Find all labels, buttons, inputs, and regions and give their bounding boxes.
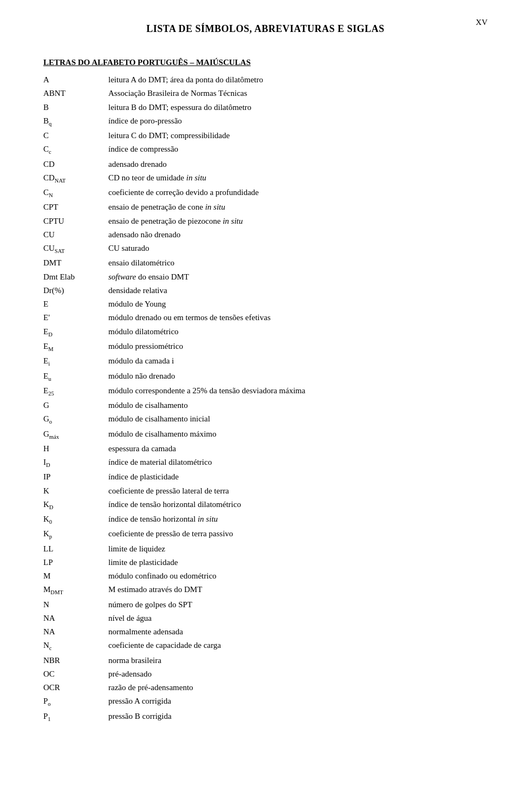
table-row: Gmáxmódulo de cisalhamento máximo [43, 427, 487, 442]
symbol-cell: IP [43, 470, 108, 484]
description-cell: módulo pressiométrico [108, 340, 487, 354]
symbol-cell: Eu [43, 369, 108, 384]
description-cell: índice de material dilatométrico [108, 456, 487, 470]
table-row: DMTensaio dilatométrico [43, 256, 487, 270]
table-row: Eumódulo não drenado [43, 369, 487, 384]
table-row: KDíndice de tensão horizontal dilatométr… [43, 498, 487, 512]
table-row: Gomódulo de cisalhamento inicial [43, 412, 487, 427]
symbol-cell: LL [43, 542, 108, 556]
symbol-cell: CPT [43, 200, 108, 214]
symbol-cell: EM [43, 340, 108, 354]
description-cell: índice de tensão horizontal in situ [108, 512, 487, 527]
table-row: LLlimite de liquidez [43, 542, 487, 556]
table-row: Nccoeficiente de capacidade de carga [43, 639, 487, 653]
symbol-cell: Gmáx [43, 427, 108, 442]
symbol-cell: ABNT [43, 87, 108, 100]
table-row: CNcoeficiente de correção devido a profu… [43, 186, 487, 200]
symbol-cell: OCR [43, 681, 108, 694]
symbol-cell: E [43, 297, 108, 311]
table-row: Dmt Elabsoftware do ensaio DMT [43, 270, 487, 284]
page-number: XV [476, 16, 487, 29]
table-row: Bleitura B do DMT; espessura do dilatôme… [43, 101, 487, 114]
symbol-cell: CPTU [43, 215, 108, 228]
table-row: EDmódulo dilatométrico [43, 325, 487, 340]
description-cell: coeficiente de pressão lateral de terra [108, 484, 487, 498]
symbol-cell: DMT [43, 256, 108, 270]
table-row: Kpcoeficiente de pressão de terra passiv… [43, 527, 487, 542]
description-cell: número de golpes do SPT [108, 598, 487, 612]
table-row: Cleitura C do DMT; compressibilidade [43, 129, 487, 142]
section-title: LETRAS DO ALFABETO PORTUGUÊS – MAIÚSCULA… [43, 56, 487, 69]
description-cell: CD no teor de umidade in situ [108, 171, 487, 186]
symbol-cell: ED [43, 325, 108, 340]
description-cell: limite de plasticidade [108, 556, 487, 569]
table-row: LPlimite de plasticidade [43, 556, 487, 569]
symbol-cell: K0 [43, 512, 108, 527]
description-cell: módulo dilatométrico [108, 325, 487, 340]
main-title: LISTA DE SÍMBOLOS, ABREVIATURAS E SIGLAS [43, 22, 487, 37]
description-cell: coeficiente de capacidade de carga [108, 639, 487, 653]
description-cell: módulo de Young [108, 297, 487, 311]
table-row: Kcoeficiente de pressão lateral de terra [43, 484, 487, 498]
description-cell: razão de pré-adensamento [108, 681, 487, 694]
description-cell: ensaio de penetração de cone in situ [108, 200, 487, 214]
description-cell: nível de água [108, 612, 487, 625]
table-row: Aleitura A do DMT; área da ponta do dila… [43, 73, 487, 87]
symbol-cell: ID [43, 456, 108, 470]
symbol-cell: Ei [43, 354, 108, 369]
symbol-cell: Nc [43, 639, 108, 653]
symbol-cell: CU [43, 228, 108, 242]
description-cell: índice de poro-pressão [108, 114, 487, 129]
symbol-cell: KD [43, 498, 108, 512]
description-cell: índice de plasticidade [108, 470, 487, 484]
symbol-cell: E' [43, 311, 108, 324]
table-row: OCRrazão de pré-adensamento [43, 681, 487, 694]
description-cell: densidade relativa [108, 284, 487, 297]
description-cell: CU saturado [108, 242, 487, 256]
description-cell: módulo correspondente a 25% da tensão de… [108, 384, 487, 399]
description-cell: leitura C do DMT; compressibilidade [108, 129, 487, 142]
table-row: Emódulo de Young [43, 297, 487, 311]
table-row: NAnormalmente adensada [43, 625, 487, 639]
symbol-cell: NA [43, 612, 108, 625]
table-row: CDNATCD no teor de umidade in situ [43, 171, 487, 186]
description-cell: M estimado através do DMT [108, 583, 487, 597]
description-cell: adensado drenado [108, 158, 487, 171]
table-row: Popressão A corrigida [43, 694, 487, 709]
description-cell: módulo drenado ou em termos de tensões e… [108, 311, 487, 324]
symbol-cell: G [43, 399, 108, 412]
description-cell: espessura da camada [108, 442, 487, 456]
table-row: CUadensado não drenado [43, 228, 487, 242]
table-row: IDíndice de material dilatométrico [43, 456, 487, 470]
symbol-cell: CN [43, 186, 108, 200]
table-row: OCpré-adensado [43, 667, 487, 681]
symbol-cell: CD [43, 158, 108, 171]
table-row: Nnúmero de golpes do SPT [43, 598, 487, 612]
table-row: K0índice de tensão horizontal in situ [43, 512, 487, 527]
table-row: Eimódulo da camada i [43, 354, 487, 369]
symbol-table: Aleitura A do DMT; área da ponta do dila… [43, 73, 487, 724]
description-cell: módulo de cisalhamento máximo [108, 427, 487, 442]
symbol-cell: Go [43, 412, 108, 427]
description-cell: módulo de cisalhamento inicial [108, 412, 487, 427]
symbol-cell: N [43, 598, 108, 612]
symbol-cell: Dr(%) [43, 284, 108, 297]
description-cell: pressão B corrigida [108, 710, 487, 724]
symbol-cell: M [43, 569, 108, 583]
symbol-cell: Kp [43, 527, 108, 542]
symbol-cell: C [43, 129, 108, 142]
table-row: ABNTAssociação Brasileira de Normas Técn… [43, 87, 487, 100]
description-cell: leitura A do DMT; área da ponta do dilat… [108, 73, 487, 87]
symbol-cell: E25 [43, 384, 108, 399]
table-row: Mmódulo confinado ou edométrico [43, 569, 487, 583]
table-row: Dr(%)densidade relativa [43, 284, 487, 297]
table-row: CDadensado drenado [43, 158, 487, 171]
symbol-cell: MDMT [43, 583, 108, 597]
table-row: MDMTM estimado através do DMT [43, 583, 487, 597]
description-cell: normalmente adensada [108, 625, 487, 639]
table-row: IPíndice de plasticidade [43, 470, 487, 484]
table-row: CUSATCU saturado [43, 242, 487, 256]
description-cell: ensaio de penetração de piezocone in sit… [108, 215, 487, 228]
description-cell: módulo não drenado [108, 369, 487, 384]
description-cell: pressão A corrigida [108, 694, 487, 709]
